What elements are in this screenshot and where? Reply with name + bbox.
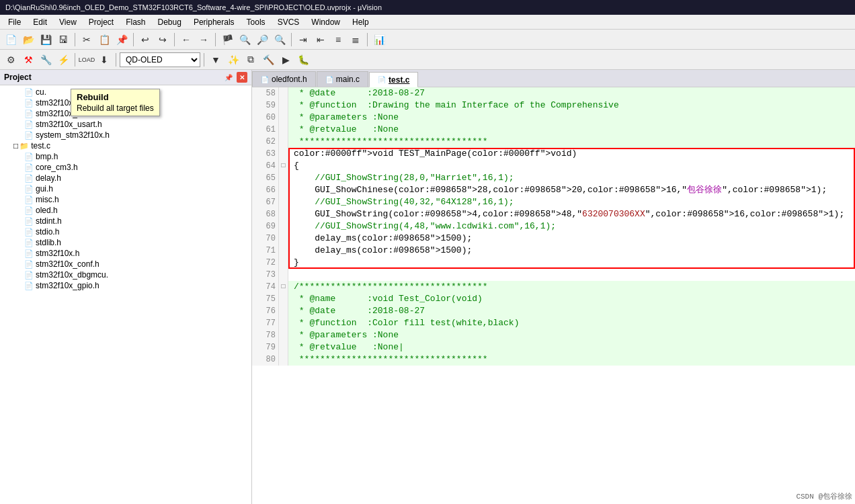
line-content[interactable]: { <box>288 160 855 172</box>
build2-btn[interactable]: 🔨 <box>260 52 276 68</box>
line-content[interactable]: * @date :2018-08-27 <box>288 305 855 317</box>
tree-item-oled-h[interactable]: 📄oled.h <box>0 205 251 216</box>
flash-btn[interactable]: ⚡ <box>55 52 71 68</box>
line-content[interactable]: * @function :Color fill test(white,black… <box>288 317 855 329</box>
tree-item-stm32f10x-conf-h[interactable]: 📄stm32f10x_conf.h <box>0 259 251 269</box>
tree-item-stdio-h[interactable]: 📄stdio.h <box>0 226 251 237</box>
run-btn[interactable]: ▶ <box>278 52 294 68</box>
menu-item-tools[interactable]: Tools <box>241 16 271 28</box>
line-marker <box>279 99 288 112</box>
copy-btn[interactable]: 📋 <box>96 32 112 48</box>
copy2-btn[interactable]: ⧉ <box>243 52 259 68</box>
menu-item-project[interactable]: Project <box>83 16 119 28</box>
line-number: 76 <box>252 305 279 317</box>
find2-btn[interactable]: 🔎 <box>254 32 270 48</box>
line-content[interactable]: * @name :void Test_Color(void) <box>288 293 855 305</box>
config-btn[interactable]: 🔧 <box>38 52 54 68</box>
bookmark-btn[interactable]: 🏴 <box>219 32 235 48</box>
tree-item-label: stdint.h <box>36 216 62 226</box>
save-btn[interactable]: 💾 <box>38 32 54 48</box>
line-content[interactable]: * @retvalue :None <box>288 124 855 136</box>
line-content[interactable]: * @parameters :None <box>288 329 855 341</box>
line-content[interactable]: ************************************ <box>288 353 855 366</box>
line-content[interactable]: //GUI_ShowString(4,48,"www.lcdwiki.com",… <box>288 220 855 233</box>
line-content[interactable]: //GUI_ShowString(40,32,"64X128",16,1); <box>288 196 855 208</box>
target-select[interactable]: QD-OLED <box>120 52 200 67</box>
download-btn[interactable]: ⬇ <box>96 52 112 68</box>
pin-icon[interactable]: 📌 <box>223 72 234 83</box>
file-icon: 📄 <box>24 88 34 97</box>
tree-item-stm32f10x-usart-h[interactable]: 📄stm32f10x_usart.h <box>0 119 251 130</box>
tree-item-bmp-h[interactable]: 📄bmp.h <box>0 151 251 162</box>
build-btn[interactable]: ⚒ <box>20 52 36 68</box>
tree-item-gui-h[interactable]: 📄gui.h <box>0 183 251 194</box>
menu-item-edit[interactable]: Edit <box>28 16 52 28</box>
line-content[interactable]: delay_ms(color:#098658">1500); <box>288 233 855 245</box>
tree-item-stdlib-h[interactable]: 📄stdlib.h <box>0 237 251 248</box>
outdent-btn[interactable]: ⇤ <box>313 32 329 48</box>
line-content[interactable]: } <box>288 257 855 269</box>
menu-item-debug[interactable]: Debug <box>153 16 187 28</box>
cut-btn[interactable]: ✂ <box>79 32 95 48</box>
code-editor[interactable]: 58 * @date :2018-08-2759 * @function :Dr… <box>252 87 855 504</box>
tree-item-stdint-h[interactable]: 📄stdint.h <box>0 216 251 226</box>
undo-btn[interactable]: ↩ <box>137 32 153 48</box>
select-all-btn[interactable]: ▼ <box>208 52 224 68</box>
line-content[interactable]: GUI_ShowString(color:#098658">4,color:#0… <box>288 208 855 220</box>
code-line-65: 65 //GUI_ShowString(28,0,"Harriet",16,1)… <box>252 172 855 184</box>
find3-btn[interactable]: 🔍 <box>272 32 288 48</box>
save-all-btn[interactable]: 🖫 <box>55 32 71 48</box>
line-content[interactable] <box>288 269 855 281</box>
format-btn[interactable]: ≡ <box>330 32 346 48</box>
code-line-69: 69 //GUI_ShowString(4,48,"www.lcdwiki.co… <box>252 220 855 233</box>
line-content[interactable]: color:#0000ff">void TEST_MainPage(color:… <box>288 148 855 160</box>
line-content[interactable]: * @date :2018-08-27 <box>288 87 855 99</box>
tree-item-misc-h[interactable]: 📄misc.h <box>0 194 251 205</box>
menu-item-peripherals[interactable]: Peripherals <box>188 16 240 28</box>
back-btn[interactable]: ← <box>178 32 194 48</box>
menu-item-view[interactable]: View <box>54 16 82 28</box>
code-line-70: 70 delay_ms(color:#098658">1500); <box>252 233 855 245</box>
fwd-btn[interactable]: → <box>196 32 212 48</box>
tree-item-stm32f10x-dbgmcu-[interactable]: 📄stm32f10x_dbgmcu. <box>0 269 251 280</box>
menu-item-flash[interactable]: Flash <box>120 16 151 28</box>
line-content[interactable]: ************************************ <box>288 136 855 148</box>
line-content[interactable]: /************************************ <box>288 281 855 293</box>
tree-item-system-stm32f10x-h[interactable]: 📄system_stm32f10x.h <box>0 130 251 140</box>
tree-item-delay-h[interactable]: 📄delay.h <box>0 173 251 183</box>
comment-btn[interactable]: ≣ <box>348 32 364 48</box>
tab-testc[interactable]: 📄test.c <box>369 72 418 87</box>
tree-item-label: stdlib.h <box>36 238 61 247</box>
tree-item-stm32f10x-h[interactable]: 📄stm32f10x.h <box>0 248 251 259</box>
paste-btn[interactable]: 📌 <box>114 32 130 48</box>
menu-item-svcs[interactable]: SVCS <box>272 16 305 28</box>
tab-mainc[interactable]: 📄main.c <box>317 71 368 87</box>
folder-expander[interactable]: □ <box>13 141 18 151</box>
menu-item-window[interactable]: Window <box>306 16 345 28</box>
tree-item-test-c[interactable]: □ 📁test.c <box>0 140 251 151</box>
magic-btn[interactable]: ✨ <box>225 52 241 68</box>
redo-btn[interactable]: ↪ <box>155 32 171 48</box>
find-btn[interactable]: 🔍 <box>237 32 253 48</box>
tree-item-core-cm3-h[interactable]: 📄core_cm3.h <box>0 162 251 173</box>
graph-btn[interactable]: 📊 <box>371 32 387 48</box>
debug-btn[interactable]: 🐛 <box>295 52 311 68</box>
new-file-btn[interactable]: 📄 <box>3 32 19 48</box>
open-btn[interactable]: 📂 <box>20 32 36 48</box>
tab-oledfonth[interactable]: 📄oledfont.h <box>252 71 316 87</box>
close-sidebar-btn[interactable]: ✕ <box>237 72 247 83</box>
tree-item-stm32f10x-gpio-h[interactable]: 📄stm32f10x_gpio.h <box>0 280 251 291</box>
menu-item-help[interactable]: Help <box>347 16 374 28</box>
line-content[interactable]: GUI_ShowChinese(color:#098658">28,color:… <box>288 184 855 196</box>
settings-btn[interactable]: ⚙ <box>3 52 19 68</box>
load-btn[interactable]: LOAD <box>79 52 95 68</box>
line-content[interactable]: //GUI_ShowString(28,0,"Harriet",16,1); <box>288 172 855 184</box>
line-content[interactable]: delay_ms(color:#098658">1500); <box>288 245 855 257</box>
tooltip-title: Rebuild <box>77 92 154 102</box>
line-number: 79 <box>252 341 279 353</box>
indent-btn[interactable]: ⇥ <box>295 32 311 48</box>
line-content[interactable]: * @retvalue :None| <box>288 341 855 353</box>
line-content[interactable]: * @function :Drawing the main Interface … <box>288 99 855 112</box>
menu-item-file[interactable]: File <box>3 16 26 28</box>
line-content[interactable]: * @parameters :None <box>288 112 855 124</box>
